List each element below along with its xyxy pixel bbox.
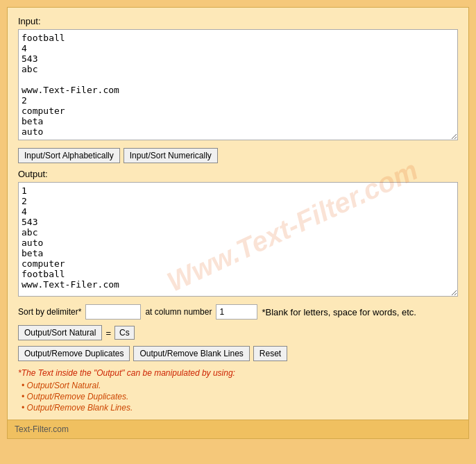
output-label: Output:: [18, 169, 458, 179]
input-label: Input:: [18, 16, 458, 26]
output-textarea[interactable]: 1 2 4 543 abc auto beta computer footbal…: [18, 182, 458, 297]
sort-alpha-button[interactable]: Input/Sort Alphabetically: [18, 148, 120, 163]
info-item-2: Output/Remove Duplicates.: [22, 392, 458, 401]
sort-numeric-button[interactable]: Input/Sort Numerically: [124, 148, 218, 163]
info-item-1: Output/Sort Natural.: [22, 381, 458, 390]
remove-blank-button[interactable]: Output/Remove Blank Lines: [133, 346, 249, 361]
remove-duplicates-button[interactable]: Output/Remove Duplicates: [18, 346, 130, 361]
info-item-3: Output/Remove Blank Lines.: [22, 403, 458, 413]
sort-hint: *Blank for letters, space for words, etc…: [262, 307, 416, 317]
main-container: Www.Text-Filter.com Input: football 4 54…: [7, 7, 469, 439]
input-button-row: Input/Sort Alphabetically Input/Sort Num…: [18, 148, 458, 163]
footer-text: Text-Filter.com: [15, 424, 69, 434]
reset-button[interactable]: Reset: [253, 346, 287, 361]
equals-sign: =: [105, 328, 111, 338]
sort-delimiter-row: Sort by delimiter* at column number 1 *B…: [18, 304, 458, 320]
output-button-row: Output/Remove Duplicates Output/Remove B…: [18, 346, 458, 361]
input-textarea[interactable]: football 4 543 abc www.Text-Filer.com 2 …: [18, 29, 458, 140]
info-section: *The Text inside the "Output" can be man…: [18, 368, 458, 413]
delimiter-input[interactable]: [85, 304, 141, 320]
sort-natural-button[interactable]: Output/Sort Natural: [18, 325, 102, 340]
sort-natural-row: Output/Sort Natural = Cs: [18, 325, 458, 340]
delimiter-label: Sort by delimiter*: [18, 307, 81, 317]
cs-badge: Cs: [114, 326, 135, 340]
column-input[interactable]: 1: [216, 304, 257, 320]
info-title: *The Text inside the "Output" can be man…: [18, 368, 458, 378]
info-list: Output/Sort Natural. Output/Remove Dupli…: [18, 381, 458, 413]
column-label: at column number: [145, 307, 212, 317]
footer-bar: Text-Filter.com: [8, 420, 468, 438]
